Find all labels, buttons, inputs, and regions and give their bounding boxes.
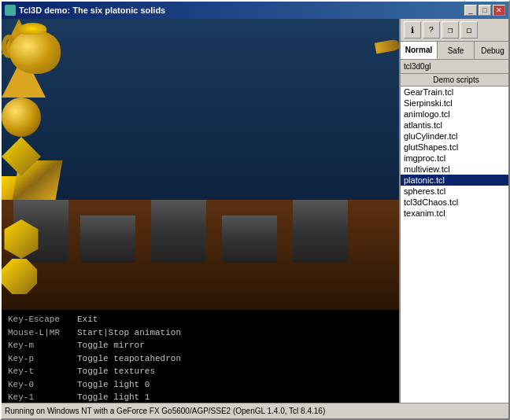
key-label-6: Key-1 <box>8 391 71 403</box>
key-label-5: Key-0 <box>8 378 71 392</box>
pedestal-4 <box>222 216 277 263</box>
demo-list-item[interactable]: GearTrain.tcl <box>401 87 508 98</box>
key-row-1: Mouse-L|MR Start|Stop animation <box>8 326 393 340</box>
key-row-6: Key-1 Toggle light 1 <box>8 391 393 403</box>
teapot-spout <box>375 39 399 54</box>
context-label: tcl3d0gl <box>401 60 508 74</box>
minimize-button[interactable]: _ <box>464 5 477 16</box>
key-desc-0: Exit <box>77 313 98 326</box>
maximize-button[interactable]: □ <box>479 5 491 16</box>
window-controls: _ □ ✕ <box>464 5 505 16</box>
status-bar: Running on Windows NT with a GeForce FX … <box>2 403 508 418</box>
key-desc-4: Toggle textures <box>77 365 155 378</box>
left-panel: Key-Escape Exit Mouse-L|MR Start|Stop an… <box>2 19 399 403</box>
key-desc-3: Toggle teapotahedron <box>77 352 181 366</box>
demo-list-item[interactable]: multiview.tcl <box>401 164 508 175</box>
info-button[interactable]: ℹ <box>404 21 421 39</box>
key-desc-1: Start|Stop animation <box>77 326 181 340</box>
teapot-body <box>9 31 61 74</box>
key-label-1: Mouse-L|MR <box>8 326 71 340</box>
key-row-4: Key-t Toggle textures <box>8 365 393 378</box>
tab-normal[interactable]: Normal <box>401 42 438 59</box>
window-title: Tcl3D demo: The six platonic solids <box>19 6 165 15</box>
status-text: Running on Windows NT with a GeForce FX … <box>5 407 325 415</box>
title-bar: Tcl3D demo: The six platonic solids _ □ … <box>2 2 508 19</box>
teapot-lid <box>19 23 46 35</box>
demo-list-item[interactable]: animlogo.tcl <box>401 109 508 120</box>
title-bar-text: Tcl3D demo: The six platonic solids <box>5 5 165 16</box>
demo-list-item[interactable]: Sierpinski.tcl <box>401 98 508 109</box>
pedestal-5 <box>293 200 348 263</box>
tabs-row: Normal Safe Debug <box>401 42 508 60</box>
tab-safe[interactable]: Safe <box>438 42 475 59</box>
key-desc-5: Toggle light 0 <box>77 378 150 392</box>
close-button[interactable]: ✕ <box>493 5 505 16</box>
copy-button[interactable]: ❐ <box>442 21 459 39</box>
demo-list-item[interactable]: imgproc.tcl <box>401 153 508 164</box>
key-row-2: Key-m Toggle mirror <box>8 339 393 352</box>
viewport[interactable] <box>2 19 399 310</box>
demo-list-item[interactable]: glutShapes.tcl <box>401 142 508 153</box>
demo-list-item[interactable]: atlantis.tcl <box>401 120 508 131</box>
demo-list-item[interactable]: tcl3dChaos.tcl <box>401 197 508 208</box>
demo-list-item[interactable]: texanim.tcl <box>401 208 508 219</box>
app-icon <box>5 5 16 16</box>
key-label-0: Key-Escape <box>8 313 71 326</box>
gold-dodecahedron <box>2 259 37 294</box>
tab-debug[interactable]: Debug <box>475 42 508 59</box>
key-label-4: Key-t <box>8 365 71 378</box>
key-label-3: Key-p <box>8 352 71 366</box>
demo-list[interactable]: GearTrain.tclSierpinski.tclanimlogo.tcla… <box>401 87 508 403</box>
key-row-5: Key-0 Toggle light 0 <box>8 378 393 392</box>
key-desc-6: Toggle light 1 <box>77 391 150 403</box>
main-window: Tcl3D demo: The six platonic solids _ □ … <box>0 0 510 420</box>
3d-scene <box>2 19 399 310</box>
demo-list-item[interactable]: platonic.tcl <box>401 175 508 186</box>
demo-list-item[interactable]: spheres.tcl <box>401 186 508 197</box>
pedestal-3 <box>151 200 206 263</box>
key-row-3: Key-p Toggle teapotahedron <box>8 352 393 366</box>
pedestal-2 <box>80 216 135 263</box>
key-label-2: Key-m <box>8 339 71 352</box>
demo-list-item[interactable]: gluCylinder.tcl <box>401 131 508 142</box>
resize-button[interactable]: ◻ <box>460 21 478 39</box>
toolbar: ℹ ? ❐ ◻ <box>401 19 508 42</box>
gold-sphere <box>2 98 41 137</box>
main-layout: Key-Escape Exit Mouse-L|MR Start|Stop an… <box>2 19 508 403</box>
right-panel: ℹ ? ❐ ◻ Normal Safe Debug tcl3d0gl <box>399 19 508 403</box>
key-desc-2: Toggle mirror <box>77 339 145 352</box>
keybindings-area: Key-Escape Exit Mouse-L|MR Start|Stop an… <box>2 310 399 403</box>
demo-scripts-header: Demo scripts <box>401 74 508 87</box>
question-button[interactable]: ? <box>423 21 440 39</box>
key-row-0: Key-Escape Exit <box>8 313 393 326</box>
